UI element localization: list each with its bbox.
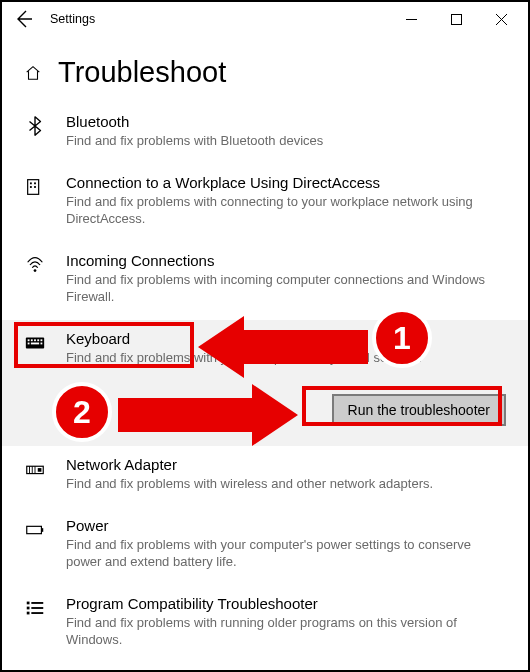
svg-rect-13 (34, 339, 36, 341)
svg-rect-26 (27, 602, 30, 605)
item-keyboard[interactable]: Keyboard Find and fix problems with your… (2, 320, 528, 381)
svg-rect-12 (31, 339, 33, 341)
app-title: Settings (50, 12, 95, 26)
home-icon[interactable] (24, 64, 42, 82)
svg-rect-16 (28, 342, 30, 344)
workplace-icon (24, 176, 50, 228)
page-title: Troubleshoot (58, 56, 226, 89)
arrow-left-icon (12, 7, 36, 31)
svg-rect-4 (28, 179, 39, 194)
item-desc: Find and fix problems with Bluetooth dev… (66, 132, 506, 150)
svg-rect-27 (31, 602, 43, 604)
item-incoming-connections[interactable]: Incoming Connections Find and fix proble… (2, 242, 528, 320)
item-title: Bluetooth (66, 113, 506, 130)
item-power[interactable]: Power Find and fix problems with your co… (2, 507, 528, 585)
item-bluetooth[interactable]: Bluetooth Find and fix problems with Blu… (2, 103, 528, 164)
svg-rect-29 (31, 607, 43, 609)
svg-rect-15 (41, 339, 43, 341)
svg-rect-24 (27, 526, 42, 533)
item-title: Incoming Connections (66, 252, 506, 269)
item-title: Power (66, 517, 506, 534)
keyboard-icon (24, 332, 50, 367)
svg-rect-5 (30, 182, 32, 184)
item-directaccess[interactable]: Connection to a Workplace Using DirectAc… (2, 164, 528, 242)
svg-rect-17 (31, 342, 39, 344)
incoming-icon (24, 254, 50, 306)
svg-rect-23 (38, 468, 42, 472)
back-button[interactable] (12, 7, 36, 31)
compatibility-icon (24, 597, 50, 649)
svg-rect-14 (37, 339, 39, 341)
close-icon (496, 14, 507, 25)
item-desc: Find and fix problems with your computer… (66, 349, 506, 367)
svg-point-9 (34, 269, 37, 272)
svg-rect-31 (31, 612, 43, 614)
bluetooth-icon (24, 115, 50, 150)
maximize-button[interactable] (434, 4, 479, 34)
titlebar: Settings (2, 2, 528, 36)
item-desc: Find and fix problems with your computer… (66, 536, 506, 571)
network-adapter-icon (24, 458, 50, 493)
item-title: Program Compatibility Troubleshooter (66, 595, 506, 612)
item-desc: Find and fix problems with incoming comp… (66, 271, 506, 306)
svg-rect-8 (34, 186, 36, 188)
item-title: Keyboard (66, 330, 506, 347)
item-title: Network Adapter (66, 456, 506, 473)
item-desc: Find and fix problems with wireless and … (66, 475, 506, 493)
svg-rect-6 (34, 182, 36, 184)
power-icon (24, 519, 50, 571)
svg-rect-25 (41, 528, 43, 532)
svg-rect-28 (27, 607, 30, 610)
item-desc: Find and fix problems with connecting to… (66, 193, 506, 228)
page-header: Troubleshoot (2, 36, 528, 103)
item-network-adapter[interactable]: Network Adapter Find and fix problems wi… (2, 446, 528, 507)
close-button[interactable] (479, 4, 524, 34)
svg-rect-7 (30, 186, 32, 188)
item-program-compatibility[interactable]: Program Compatibility Troubleshooter Fin… (2, 585, 528, 663)
svg-rect-18 (41, 342, 43, 344)
minimize-button[interactable] (389, 4, 434, 34)
item-desc: Find and fix problems with running older… (66, 614, 506, 649)
run-troubleshooter-button[interactable]: Run the troubleshooter (332, 394, 506, 426)
svg-rect-11 (28, 339, 30, 341)
troubleshoot-list: Bluetooth Find and fix problems with Blu… (2, 103, 528, 663)
run-area: Run the troubleshooter (2, 380, 528, 446)
item-title: Connection to a Workplace Using DirectAc… (66, 174, 506, 191)
maximize-icon (451, 14, 462, 25)
minimize-icon (406, 14, 417, 25)
svg-rect-30 (27, 612, 30, 615)
svg-rect-1 (452, 14, 462, 24)
